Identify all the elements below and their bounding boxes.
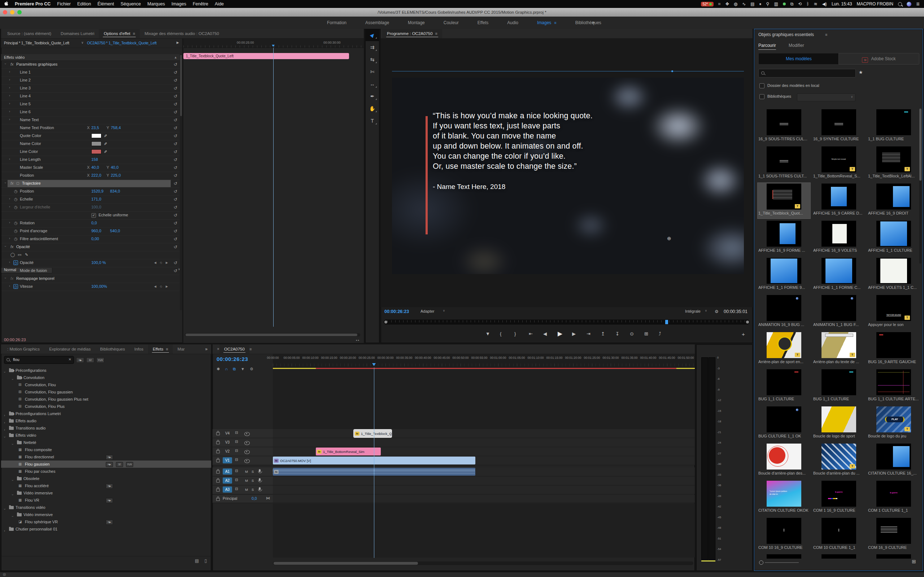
color-swatch[interactable] <box>91 149 102 154</box>
linked-selection-icon[interactable]: ⧉ <box>233 367 236 371</box>
extract-icon[interactable]: ↧ <box>615 331 619 337</box>
chevron-icon[interactable]: › <box>9 495 16 495</box>
reset-param-icon[interactable]: ↺ <box>174 110 177 115</box>
program-current-time[interactable]: 00:00:26:23 <box>384 309 409 314</box>
tree-item-pr-configurations[interactable]: ›Préconfigurations <box>1 367 211 374</box>
workspace-tab-couleur[interactable]: Couleur <box>434 20 468 25</box>
chevron-icon[interactable]: › <box>9 86 10 89</box>
reset-effect-icon[interactable]: ↺ <box>174 245 177 250</box>
chevron-icon[interactable]: › <box>9 379 16 380</box>
snap-icon[interactable]: ∩ <box>225 367 228 371</box>
effect-controls-current-time[interactable]: 00:00:26:23 <box>4 338 26 342</box>
reset-param-icon[interactable]: ↺ <box>174 134 177 139</box>
show-keyframes-arrow-icon[interactable]: ▶ <box>176 41 179 44</box>
tab-options-d-effet[interactable]: Options d'effet≡ <box>99 29 140 38</box>
playback-resolution-select[interactable]: Intégrale <box>685 309 701 313</box>
chevron-icon[interactable]: › <box>9 70 10 74</box>
chevron-icon[interactable]: › <box>9 157 10 161</box>
menu-item-élément[interactable]: Élément <box>97 2 114 6</box>
new-layer-icon[interactable]: ⊞ <box>912 559 916 564</box>
comparison-view-icon[interactable]: ⊞ <box>644 331 648 337</box>
param-value-y[interactable]: 758,4 <box>111 126 121 130</box>
tree-item-vid-o-immersive[interactable]: ›Vidéo immersive <box>1 511 211 518</box>
template-item-bug-culture-1-1-ok[interactable]: BUG CULTURE 1_1 OK <box>758 406 810 442</box>
menu-item-fichier[interactable]: Fichier <box>57 2 71 6</box>
ellipse-mask-icon[interactable]: ◯ <box>10 253 15 257</box>
chevron-icon[interactable]: › <box>9 118 10 121</box>
eyedropper-icon[interactable]: ✎ <box>103 134 108 137</box>
template-item-1-1-sous-titres-cult-[interactable]: 1_1 SOUS-TITRES CULT... <box>758 146 810 181</box>
tree-item-flou-vr[interactable]: ▦Flou VR≡▶ <box>1 496 211 504</box>
track-name-a3[interactable]: A3 <box>223 487 232 493</box>
audio-track-header-a3[interactable]: A3⊟MS <box>213 485 273 495</box>
yuv-filter-icon[interactable]: YUV <box>96 357 104 363</box>
chevron-icon[interactable]: › <box>3 246 7 247</box>
tab-effets[interactable]: Effets≡ <box>148 344 173 354</box>
param-value-x[interactable]: 222,0 <box>91 173 102 177</box>
track-lock-icon[interactable] <box>216 459 220 462</box>
tab-biblioth-ques[interactable]: Bibliothèques <box>95 344 129 354</box>
param-value[interactable]: 100,0 <box>91 205 102 209</box>
template-item-boucle-d-arri-re-plan-du-[interactable]: TBoucle d'arrière-plan du ... <box>813 443 865 479</box>
template-item-appuyer-pour-le-son[interactable]: TAP FOR SOUNDTAppuyer pour le son <box>867 294 920 330</box>
source-patch-icon[interactable]: ⊟ <box>235 449 238 453</box>
effect-group-trajectoire[interactable]: ›fx▢Trajectoire↺ <box>1 180 182 188</box>
video-track-header-v1[interactable]: V1⊟ <box>213 456 273 465</box>
template-item-1-title-textblock-leftal-[interactable]: T1_Title_TextBlock_LeftAl... <box>867 146 920 181</box>
local-templates-checkbox[interactable] <box>759 83 764 89</box>
add-keyframe-icon[interactable]: ◇ <box>160 285 162 288</box>
stopwatch-icon[interactable]: ◷ <box>14 237 18 241</box>
apple-menu-icon[interactable] <box>4 1 8 7</box>
export-icon[interactable]: ⤴ <box>659 331 661 337</box>
template-item-boucle-de-logo-du-jeu[interactable]: PLAYTBoucle de logo du jeu <box>867 406 920 442</box>
reset-param-icon[interactable]: ↺ <box>174 86 177 91</box>
clear-search-icon[interactable]: ✕ <box>69 357 71 361</box>
mute-track-button[interactable]: M <box>245 469 248 474</box>
track-lock-icon[interactable] <box>216 498 220 501</box>
app-status-icon[interactable]: ◍ <box>734 2 737 6</box>
template-item-1-title-textblock-quot-[interactable]: T1_Title_Textblock_Quot... <box>758 183 810 219</box>
lift-icon[interactable]: ↥ <box>601 331 605 337</box>
panel-menu-icon[interactable]: ≡ <box>166 347 168 351</box>
source-patch-icon[interactable]: ⊟ <box>235 440 238 443</box>
tree-item-convolution-flou-gaussien-plus-net[interactable]: ⊞Convolution, Flou gaussien Plus net <box>1 396 211 403</box>
tree-item-nettet-[interactable]: ›Netteté <box>1 439 211 446</box>
param-value[interactable]: 100,0 % <box>91 260 106 265</box>
menu-item-aide[interactable]: Aide <box>215 2 224 6</box>
tree-item-obsolete[interactable]: ›Obsolete <box>1 475 211 482</box>
rect-mask-icon[interactable]: ▭ <box>18 253 21 257</box>
template-item-citation-culture-okok[interactable]: "Lorum Ipsum poblumde sitar imCITATION C… <box>758 480 810 516</box>
tree-item-pr-configurations-lumetri[interactable]: ›Préconfigurations Lumetri <box>1 410 211 417</box>
track-name-a2[interactable]: A2 <box>223 477 232 484</box>
wifi-icon[interactable]: ≋ <box>814 2 817 6</box>
track-name-v2[interactable]: V2 <box>223 448 232 455</box>
reset-param-icon[interactable]: ↺ <box>174 237 177 242</box>
effect-group-param-tres-graphiques[interactable]: ›fxParamètres graphiques↺ <box>1 61 182 69</box>
track-visibility-icon[interactable] <box>244 459 250 463</box>
chevron-icon[interactable]: › <box>9 221 10 224</box>
chevron-icon[interactable]: › <box>9 284 10 288</box>
chevron-icon[interactable]: › <box>9 237 10 240</box>
tree-item-flou-par-couches[interactable]: ▦Flou par couches <box>1 468 211 475</box>
effects-search-input[interactable]: flou ✕ <box>4 356 74 364</box>
source-patch-icon[interactable]: ⊟ <box>235 469 238 473</box>
reset-param-icon[interactable]: ↺ <box>174 213 177 218</box>
template-item-affiche-volets-1-1-c-[interactable]: AFFICHE VOLETS 1_1 C... <box>867 257 920 293</box>
go-to-out-icon[interactable]: ⇥ <box>586 331 591 337</box>
clip-1_title_bottomreveal_sim[interactable]: fx1_Title_BottomReveal_Sim <box>316 448 381 456</box>
panel-menu-icon[interactable]: ≡ <box>435 31 438 36</box>
time-machine-icon[interactable]: ⟲ <box>798 2 802 6</box>
libraries-dropdown[interactable]: ∨ <box>797 93 855 102</box>
mini-nav-icons[interactable]: ‣‣ <box>355 338 360 342</box>
reset-param-icon[interactable]: ↺ <box>174 141 177 147</box>
mini-timeline-clip[interactable]: 1_Title_Textblock_Quote_Left <box>183 53 349 59</box>
settings-wrench-icon[interactable]: ⚙ <box>715 309 719 314</box>
add-button[interactable]: + <box>742 331 745 337</box>
my-templates-button[interactable]: Mes modèles <box>758 53 839 64</box>
selection-tool-icon[interactable]: ▶ <box>365 29 380 41</box>
video-track-header-v3[interactable]: V3⊟ <box>213 438 273 447</box>
status-green-dot-icon[interactable] <box>783 3 786 5</box>
grid-status-icon[interactable]: ▥ <box>774 2 778 6</box>
add-keyframe-icon[interactable]: ◇ <box>160 261 162 264</box>
effect-controls-scrollbar[interactable] <box>180 54 182 310</box>
